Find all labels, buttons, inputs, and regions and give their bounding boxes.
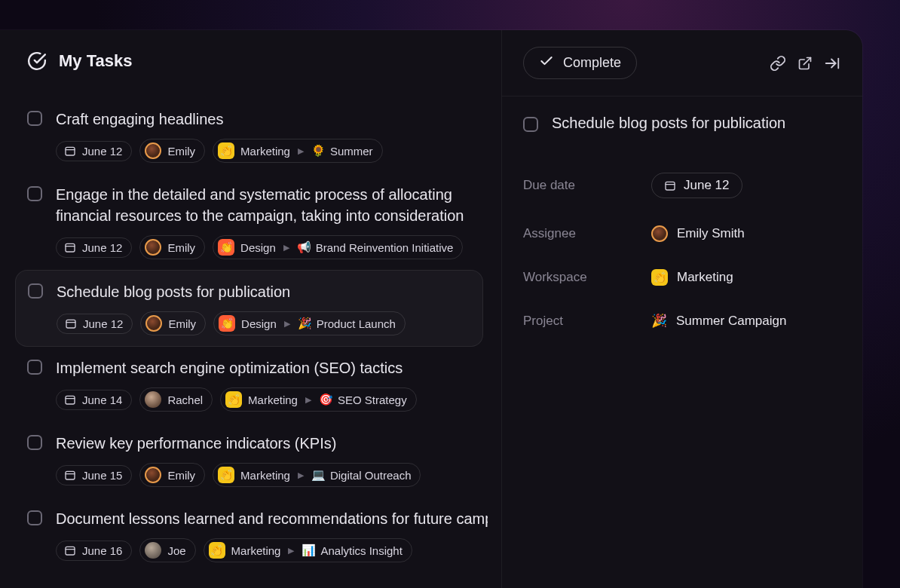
page-title: My Tasks	[59, 51, 132, 71]
task-row[interactable]: Engage in the detailed and systematic pr…	[27, 173, 501, 270]
project-badge: 🎉Product Launch	[298, 317, 396, 330]
task-title: Document lessons learned and recommendat…	[56, 508, 488, 529]
project-badge: 💻Digital Outreach	[311, 468, 412, 482]
workspace-chip[interactable]: 👏Marketing▶🎯SEO Strategy	[220, 387, 417, 412]
task-body: Engage in the detailed and systematic pr…	[56, 184, 488, 259]
task-row[interactable]: Craft engaging headlinesJune 12Emily👏Mar…	[27, 98, 501, 173]
date-value: June 14	[82, 394, 122, 406]
task-chips: June 12Emily👏Design▶🎉Product Launch	[57, 311, 406, 335]
assignee-chip[interactable]: Emily	[139, 235, 205, 259]
workspace-name: Marketing	[248, 394, 298, 406]
avatar	[145, 467, 161, 483]
workspace-icon: 👏	[218, 239, 234, 256]
open-external-icon[interactable]	[796, 54, 814, 72]
project-emoji-icon: 📢	[297, 240, 311, 254]
task-row[interactable]: Document lessons learned and recommendat…	[27, 498, 501, 573]
project-name: Summer	[330, 145, 373, 158]
task-checkbox[interactable]	[27, 435, 42, 450]
workspace-chip[interactable]: 👏Marketing▶📊Analytics Insight	[204, 538, 412, 562]
complete-button[interactable]: Complete	[523, 47, 637, 79]
project-emoji-icon: 📊	[302, 544, 316, 557]
calendar-icon	[64, 394, 76, 406]
task-checkbox[interactable]	[27, 510, 42, 525]
task-row[interactable]: Schedule blog posts for publicationJune …	[15, 270, 483, 347]
project-emoji-icon: 🎉	[651, 313, 667, 329]
chevron-right-icon: ▶	[296, 470, 305, 480]
app-window: My Tasks Craft engaging headlinesJune 12…	[0, 30, 862, 588]
chevron-right-icon: ▶	[286, 546, 295, 556]
workspace-icon: 👏	[218, 142, 234, 159]
link-icon[interactable]	[769, 54, 787, 72]
date-chip[interactable]: June 12	[57, 314, 133, 334]
svg-rect-8	[66, 471, 75, 479]
task-body: Implement search engine optimization (SE…	[56, 357, 417, 412]
assignee-chip[interactable]: Rachel	[139, 387, 213, 412]
chevron-right-icon: ▶	[282, 243, 291, 253]
check-icon	[539, 54, 554, 72]
project-emoji-icon: 💻	[311, 468, 326, 482]
project-value[interactable]: 🎉 Summer Campaign	[651, 313, 786, 329]
date-chip[interactable]: June 15	[56, 465, 132, 485]
detail-title: Schedule blog posts for publication	[552, 115, 785, 132]
workspace-icon: 👏	[209, 542, 225, 559]
task-checkbox[interactable]	[27, 360, 42, 375]
project-name: Analytics Insight	[320, 544, 402, 557]
collapse-panel-icon[interactable]	[823, 54, 841, 72]
task-title: Craft engaging headlines	[56, 109, 383, 130]
avatar	[145, 391, 161, 408]
date-chip[interactable]: June 16	[56, 541, 132, 561]
task-row[interactable]: Implement search engine optimization (SE…	[27, 347, 501, 422]
project-emoji-icon: 🎉	[298, 317, 312, 330]
task-title: Implement search engine optimization (SE…	[56, 357, 417, 378]
svg-line-12	[804, 57, 810, 64]
project-badge: 📊Analytics Insight	[302, 544, 402, 557]
workspace-chip[interactable]: 👏Marketing▶🌻Summer	[213, 139, 383, 163]
assignee-name: Joe	[167, 544, 185, 557]
task-checkbox[interactable]	[27, 186, 42, 201]
project-badge: 🎯SEO Strategy	[319, 393, 407, 406]
assignee-name: Emily Smith	[677, 226, 745, 241]
task-list-pane: My Tasks Craft engaging headlinesJune 12…	[0, 30, 501, 588]
avatar	[145, 142, 161, 159]
chevron-right-icon: ▶	[304, 395, 313, 405]
date-value: June 12	[83, 317, 123, 330]
task-chips: June 15Emily👏Marketing▶💻Digital Outreach	[56, 463, 421, 487]
date-chip[interactable]: June 12	[56, 141, 132, 161]
project-emoji-icon: 🎯	[319, 393, 333, 406]
field-due-date: Due date June 12	[523, 159, 841, 212]
project-name: SEO Strategy	[338, 394, 407, 406]
assignee-chip[interactable]: Emily	[139, 463, 205, 487]
workspace-icon: 👏	[651, 269, 668, 286]
workspace-chip[interactable]: 👏Design▶📢Brand Reinvention Initiative	[213, 235, 463, 259]
svg-rect-0	[66, 147, 75, 155]
workspace-name: Marketing	[677, 270, 733, 285]
project-emoji-icon: 🌻	[311, 144, 326, 158]
field-label: Workspace	[523, 270, 651, 285]
task-checkbox[interactable]	[27, 111, 42, 126]
date-chip[interactable]: June 14	[56, 390, 132, 410]
task-checkbox[interactable]	[28, 283, 43, 299]
task-title: Schedule blog posts for publication	[57, 281, 406, 302]
date-value: June 12	[82, 145, 122, 158]
assignee-value[interactable]: Emily Smith	[651, 225, 745, 242]
task-row[interactable]: Review key performance indicators (KPIs)…	[27, 422, 501, 498]
workspace-chip[interactable]: 👏Marketing▶💻Digital Outreach	[213, 463, 421, 487]
assignee-chip[interactable]: Joe	[139, 538, 195, 562]
calendar-icon	[64, 145, 76, 157]
workspace-icon: 👏	[219, 315, 235, 332]
project-name: Digital Outreach	[330, 469, 412, 482]
avatar	[651, 225, 668, 242]
assignee-chip[interactable]: Emily	[140, 311, 206, 335]
project-name: Brand Reinvention Initiative	[316, 241, 454, 254]
detail-checkbox[interactable]	[523, 117, 538, 132]
date-chip[interactable]: June 12	[56, 237, 132, 258]
complete-label: Complete	[563, 55, 621, 71]
workspace-value[interactable]: 👏 Marketing	[651, 269, 733, 286]
assignee-name: Emily	[168, 317, 196, 330]
assignee-chip[interactable]: Emily	[139, 139, 205, 163]
page-header: My Tasks	[27, 51, 501, 71]
task-title: Engage in the detailed and systematic pr…	[56, 184, 488, 226]
workspace-chip[interactable]: 👏Design▶🎉Product Launch	[213, 311, 406, 335]
due-date-chip[interactable]: June 12	[651, 173, 742, 198]
svg-rect-6	[66, 396, 75, 404]
